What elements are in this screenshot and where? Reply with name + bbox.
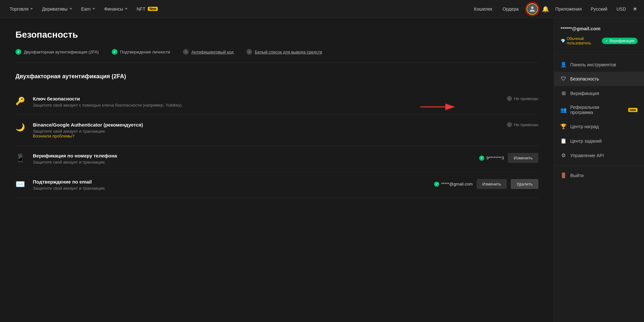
verification-icon: ⊞ (561, 90, 566, 96)
sidebar-dashboard-label: Панель инструментов (570, 62, 616, 67)
referral-new-badge: new (628, 108, 638, 112)
user-type-label: Обычный пользователь (567, 36, 599, 45)
step-identity: ✓ Подтверждение личности (112, 49, 170, 55)
sidebar-user-email: ******@gmail.com (554, 26, 644, 36)
step-identity-label: Подтверждение личности (120, 50, 170, 54)
nav-trading-caret (30, 8, 33, 10)
security-key-body: Ключ безопасности Защитите свой аккаунт … (33, 96, 501, 108)
step-2fa-label: Двухфакторная аутентификация (2FA) (24, 50, 99, 54)
email-value: *****@gmail.com (441, 182, 473, 186)
email-status-icon: ✓ (434, 182, 439, 187)
sidebar-item-tasks[interactable]: 📋 Центр заданий (554, 134, 644, 148)
sidebar-item-referral[interactable]: 👥 Реферальная программа new (554, 100, 644, 119)
twofa-section-title: Двухфакторная аутентификация (2FA) (15, 73, 538, 80)
nav-language-label: Русский (591, 6, 607, 12)
security-key-status-label: Не привязан (514, 96, 538, 101)
step-antiphishing-icon: ✕ (183, 49, 189, 55)
nav-nft[interactable]: NFT New (133, 5, 161, 14)
nav-trading-label: Торговля (10, 6, 28, 12)
sidebar-item-logout[interactable]: 🚪 Выйти (554, 168, 644, 183)
step-whitelist-icon: ✕ (246, 49, 252, 55)
phone-change-button[interactable]: Изменить (508, 153, 538, 163)
email-desc: Защитите свой аккаунт и транзакции. (33, 186, 428, 191)
notifications-bell[interactable]: 🔔 (542, 5, 549, 13)
nav-derivatives[interactable]: Деривативы (39, 5, 75, 14)
nav-derivatives-label: Деривативы (42, 6, 67, 12)
nav-orders[interactable]: Ордера (500, 5, 523, 13)
navbar: Торговля Деривативы Earn Финансы NFT New… (0, 0, 644, 18)
security-key-icon: 🔑 (15, 97, 27, 106)
sidebar-badges: 💎 Обычный пользователь ✓ Верификация (554, 36, 644, 52)
nav-trading[interactable]: Торговля (6, 5, 36, 14)
nav-language[interactable]: Русский (588, 5, 610, 13)
nav-finance-label: Финансы (104, 6, 123, 12)
authenticator-icon: 🌙 (15, 123, 27, 132)
sidebar-referral-label: Реферальная программа (570, 105, 623, 115)
step-antiphishing-label[interactable]: Антифишинговый код (191, 50, 233, 54)
authenticator-not-bound: ✕ Не привязан (507, 122, 538, 127)
sidebar-item-dashboard[interactable]: 👤 Панель инструментов (554, 57, 644, 72)
sidebar-logout-label: Выйти (570, 173, 583, 178)
step-antiphishing[interactable]: ✕ Антифишинговый код (183, 49, 233, 55)
verified-label: Верификация (610, 39, 634, 43)
nav-orders-label: Ордера (503, 6, 519, 12)
sidebar-item-api[interactable]: ⚙ Управление API (554, 148, 644, 163)
user-icon (529, 6, 535, 12)
authenticator-status: ✕ Не привязан (507, 122, 538, 127)
security-item-auth: 🌙 Binance/Google Authenticator (рекоменд… (15, 115, 538, 146)
user-type-badge[interactable]: 💎 Обычный пользователь (561, 36, 599, 45)
step-whitelist[interactable]: ✕ Белый список для вывода средств (246, 49, 322, 55)
nav-apps-label: Приложения (555, 6, 582, 12)
security-key-desc: Защитите свой аккаунт с помощью ключа бе… (33, 103, 501, 108)
sidebar-item-security[interactable]: 🛡 Безопасность (554, 72, 644, 86)
nav-earn[interactable]: Earn (78, 5, 99, 14)
security-key-status-icon: ✕ (507, 96, 512, 101)
authenticator-status-icon: ✕ (507, 122, 512, 127)
email-change-button[interactable]: Изменить (477, 179, 507, 189)
theme-toggle[interactable]: ☀ (632, 5, 638, 13)
email-delete-button[interactable]: Удалить (511, 179, 538, 189)
sidebar-api-label: Управление API (570, 153, 604, 158)
phone-body: Верификация по номеру телефона Защитите … (33, 153, 473, 165)
logout-icon: 🚪 (561, 172, 566, 178)
sidebar: ******@gmail.com 💎 Обычный пользователь … (554, 18, 644, 322)
tasks-icon: 📋 (561, 138, 566, 144)
security-key-status: ✕ Не привязан (507, 96, 538, 101)
main-content: Безопасность ✓ Двухфакторная аутентифика… (0, 18, 554, 322)
api-icon: ⚙ (561, 152, 566, 158)
sidebar-item-verification[interactable]: ⊞ Верификация (554, 86, 644, 100)
dashboard-icon: 👤 (561, 62, 566, 68)
nav-finance[interactable]: Финансы (101, 5, 131, 14)
sidebar-divider-1 (554, 54, 644, 55)
authenticator-body: Binance/Google Authenticator (рекомендуе… (33, 122, 501, 138)
nav-currency[interactable]: USD (614, 5, 629, 13)
phone-value: 9********3 (486, 156, 504, 160)
security-icon: 🛡 (561, 76, 566, 82)
avatar-button[interactable] (526, 3, 538, 15)
email-name: Подтверждение по email (33, 179, 428, 185)
sidebar-verification-label: Верификация (570, 91, 599, 96)
nav-apps[interactable]: Приложения (553, 5, 584, 13)
step-2fa: ✓ Двухфакторная аутентификация (2FA) (15, 49, 99, 55)
nav-currency-label: USD (616, 6, 626, 12)
security-key-name: Ключ безопасности (33, 96, 501, 101)
step-whitelist-label[interactable]: Белый список для вывода средств (255, 50, 322, 54)
nav-wallet[interactable]: Кошелек (471, 5, 496, 13)
authenticator-help-link[interactable]: Возникли проблемы? (33, 134, 74, 138)
email-icon: ✉️ (15, 180, 27, 189)
check-icon: ✓ (605, 39, 608, 43)
phone-status-icon: ✓ (479, 156, 484, 161)
authenticator-desc: Защитите свой аккаунт и транзакции. Возн… (33, 129, 501, 138)
sidebar-divider-2 (554, 165, 644, 166)
nav-finance-caret (125, 8, 128, 10)
sidebar-item-rewards[interactable]: 🏆 Центр наград (554, 119, 644, 134)
phone-icon: 📱 (15, 154, 27, 163)
security-item-phone: 📱 Верификация по номеру телефона Защитит… (15, 146, 538, 172)
email-status: ✓ *****@gmail.com Изменить Удалить (434, 179, 538, 189)
sidebar-rewards-label: Центр наград (570, 124, 599, 129)
nft-badge: New (148, 7, 158, 11)
step-2fa-icon: ✓ (15, 49, 21, 55)
sidebar-security-label: Безопасность (570, 76, 599, 81)
referral-icon: 👥 (561, 107, 566, 113)
sidebar-tasks-label: Центр заданий (570, 138, 602, 144)
